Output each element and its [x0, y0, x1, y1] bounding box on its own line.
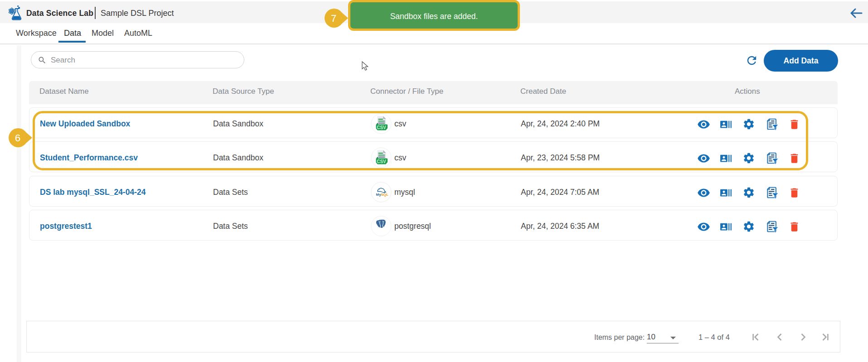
svg-text:SQL: SQL: [381, 193, 389, 197]
svg-text:My: My: [376, 193, 382, 197]
svg-text:6: 6: [15, 132, 20, 144]
svg-text:7: 7: [331, 13, 336, 24]
